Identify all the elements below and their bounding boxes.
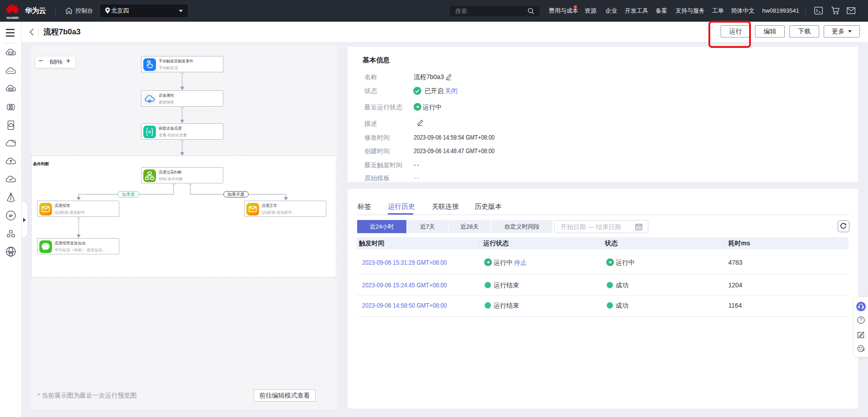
svg-text:IP: IP bbox=[9, 214, 13, 218]
svg-text:W: W bbox=[9, 251, 13, 255]
svg-text:?: ? bbox=[860, 318, 863, 323]
